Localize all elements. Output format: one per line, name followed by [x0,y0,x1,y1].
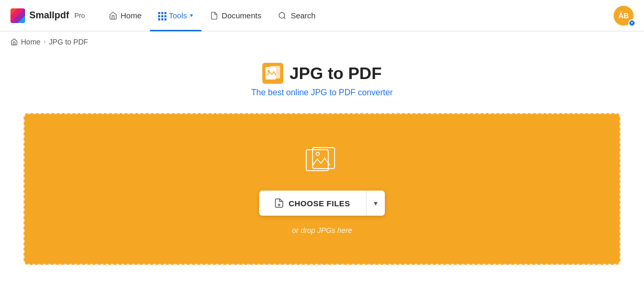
page-subtitle: The best online JPG to PDF converter [10,88,634,97]
nav-tools[interactable]: Tools ▾ [150,0,202,31]
breadcrumb-home[interactable]: Home [21,38,40,46]
nav-documents-label: Documents [221,11,261,20]
svg-point-5 [268,70,270,72]
navbar: Smallpdf Pro Home Tools ▾ Documents Sear… [0,0,644,31]
home-icon [109,12,117,20]
choose-files-dropdown-button[interactable]: ▾ [366,191,385,216]
svg-point-0 [279,13,285,18]
nav-documents[interactable]: Documents [202,0,270,31]
page-title-row: JPG to PDF [10,63,634,84]
nav-search-label: Search [291,11,316,20]
main-content: JPG to PDF The best online JPG to PDF co… [0,52,644,286]
breadcrumb-home-icon [10,38,18,46]
nav-search[interactable]: Search [270,11,324,20]
page-header: JPG to PDF The best online JPG to PDF co… [10,63,634,97]
choose-files-row: CHOOSE FILES ▾ [259,191,385,216]
choose-files-button[interactable]: CHOOSE FILES [259,191,366,216]
tools-chevron-icon: ▾ [190,12,193,19]
avatar-initials: ÄB [618,12,629,20]
avatar[interactable]: ÄB [614,6,634,26]
logo-pro-label: Pro [74,12,85,19]
choose-files-label: CHOOSE FILES [288,199,350,208]
breadcrumb-separator: › [43,38,46,46]
file-add-icon [275,198,283,208]
svg-line-1 [284,17,285,19]
breadcrumb: Home › JPG to PDF [0,31,644,52]
svg-rect-4 [270,66,280,79]
logo-text: Smallpdf [29,10,69,21]
svg-point-8 [316,152,319,155]
dropzone[interactable]: CHOOSE FILES ▾ or drop JPGs here [24,113,620,265]
page-title-icon [262,63,283,84]
chevron-down-icon: ▾ [374,199,377,207]
dropzone-icon [304,143,340,180]
breadcrumb-current: JPG to PDF [49,38,88,46]
logo[interactable]: Smallpdf Pro [10,8,85,23]
page-title: JPG to PDF [290,64,382,83]
grid-icon [158,12,165,19]
avatar-badge [628,19,636,27]
logo-icon [10,8,25,23]
documents-icon [210,12,218,20]
svg-rect-7 [313,148,335,169]
search-icon [278,12,286,20]
nav-home[interactable]: Home [101,0,150,31]
nav-home-label: Home [120,11,141,20]
nav-tools-label: Tools [169,11,187,20]
drop-hint: or drop JPGs here [292,226,352,235]
